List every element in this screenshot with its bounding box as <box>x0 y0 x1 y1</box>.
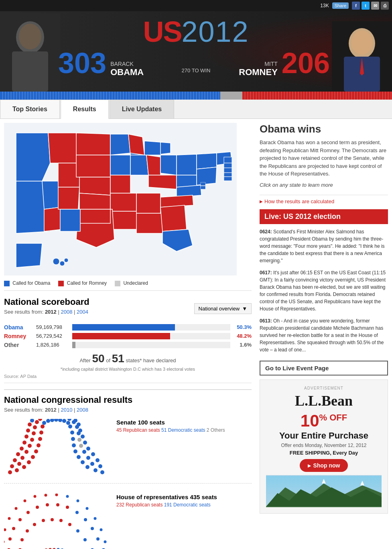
share-button[interactable]: Share <box>332 2 349 9</box>
cong-year-2010[interactable]: 2010 <box>61 407 72 413</box>
other-votes: 1,826,186 <box>36 342 72 348</box>
svg-rect-2 <box>12 51 48 92</box>
svg-marker-20 <box>79 193 110 209</box>
svg-point-113 <box>22 441 26 445</box>
svg-marker-19 <box>79 177 110 195</box>
year-2004[interactable]: 2004 <box>77 309 88 315</box>
senate-hemicycle <box>4 419 108 475</box>
svg-marker-53 <box>16 243 42 267</box>
tab-results[interactable]: Results <box>61 100 109 119</box>
tab-top-stories[interactable]: Top Stories <box>0 100 60 118</box>
cong-year-2008[interactable]: 2008 <box>77 407 88 413</box>
legend-box-blue <box>4 281 10 286</box>
senate-rep-seats: 45 Republican seats <box>116 427 160 433</box>
svg-point-70 <box>50 419 54 422</box>
svg-marker-30 <box>177 154 197 175</box>
svg-point-127 <box>77 422 81 427</box>
svg-point-71 <box>54 419 58 422</box>
year-2008[interactable]: 2008 <box>61 309 72 315</box>
svg-point-175 <box>104 540 107 543</box>
romney-bar-wrap <box>72 333 230 339</box>
svg-point-90 <box>33 425 37 429</box>
senate-seats: 45 Republican seats 51 Democratic seats … <box>116 427 252 433</box>
svg-point-98 <box>67 419 71 421</box>
svg-marker-52 <box>60 209 80 231</box>
facebook-icon[interactable]: f <box>352 2 360 10</box>
svg-point-139 <box>33 523 36 526</box>
national-overview-dropdown[interactable]: National overview ▼ <box>194 303 252 314</box>
live-text-0617: It's just after 06:15 EST on the US East… <box>260 270 386 312</box>
obama-bar-fill <box>72 324 175 331</box>
live-entry-0617: 0617: It's just after 06:15 EST on the U… <box>260 269 388 312</box>
romney-votes: 56,729,542 <box>36 333 72 339</box>
svg-point-144 <box>76 529 79 533</box>
print-icon[interactable]: ⎙ <box>381 2 389 10</box>
svg-point-153 <box>46 503 49 506</box>
live-text-0613: Oh - And in case you were wondering, for… <box>260 318 384 353</box>
svg-point-172 <box>86 507 89 510</box>
svg-point-85 <box>20 456 24 460</box>
obama-label: Obama <box>4 324 36 331</box>
obama-photo <box>0 13 60 92</box>
live-section: Live: US 2012 election 0624: Scotland's … <box>260 209 388 357</box>
romney-score-area: MITT ROMNEY 206 <box>239 49 330 78</box>
ad-discount-area: 10% OFF <box>266 411 382 431</box>
legend-box-red <box>58 281 64 286</box>
svg-point-143 <box>68 523 71 526</box>
senate-info: Senate 100 seats 45 Republican seats 51 … <box>116 419 252 433</box>
tab-live-updates[interactable]: Live Updates <box>110 100 175 118</box>
us-map[interactable] <box>4 123 237 276</box>
senate-title: Senate 100 seats <box>116 419 252 426</box>
romney-last-name: ROMNEY <box>239 67 278 78</box>
svg-point-114 <box>24 435 28 439</box>
svg-point-73 <box>62 419 66 423</box>
cong-year-2012[interactable]: 2012 <box>45 407 57 413</box>
svg-point-107 <box>93 468 97 472</box>
go-live-button[interactable]: Go to Live Event Page <box>260 361 388 376</box>
svg-point-3 <box>19 24 41 49</box>
svg-point-79 <box>73 449 77 453</box>
svg-point-149 <box>12 527 15 530</box>
shop-now-button[interactable]: Shop now <box>300 459 348 472</box>
svg-point-169 <box>55 494 58 496</box>
svg-point-130 <box>83 441 87 445</box>
advertisement-section: ADVERTISEMENT L.L.Bean 10% OFF Your Enti… <box>260 380 388 514</box>
svg-point-129 <box>81 435 85 439</box>
svg-point-75 <box>68 425 72 429</box>
romney-photo <box>332 21 392 92</box>
svg-rect-58 <box>201 186 205 189</box>
header-bar: 13K Share f t ✉ ⎙ <box>0 0 392 11</box>
house-title: House of representatives 435 seats <box>116 494 252 500</box>
svg-point-152 <box>36 506 39 509</box>
svg-rect-35 <box>224 168 232 173</box>
year-2012[interactable]: 2012 <box>45 309 57 315</box>
legend-obama: Called for Obama <box>4 280 50 286</box>
senate-dem-seats: 51 Democratic seats <box>161 427 205 433</box>
svg-point-156 <box>75 511 79 514</box>
email-icon[interactable]: ✉ <box>371 2 379 10</box>
house-rep-seats: 232 Republican seats <box>116 502 162 508</box>
how-results-link[interactable]: How the results are calculated <box>260 198 388 204</box>
live-text-0624: Scotland's First Minister Alex Salmond h… <box>260 229 385 263</box>
svg-point-109 <box>10 464 14 468</box>
svg-point-54 <box>53 258 59 265</box>
live-updates: 0624: Scotland's First Minister Alex Sal… <box>260 228 388 357</box>
congressional-title: National congressional results <box>4 395 252 405</box>
svg-marker-44 <box>110 193 136 211</box>
title-year: 2012 <box>181 16 249 48</box>
svg-point-159 <box>96 537 100 541</box>
svg-marker-43 <box>160 195 193 207</box>
share-count: 13K <box>320 3 329 8</box>
svg-point-60 <box>22 465 26 469</box>
house-section: House of representatives 435 seats 232 R… <box>4 483 252 549</box>
svg-point-83 <box>15 468 19 472</box>
svg-rect-36 <box>224 173 232 177</box>
svg-point-62 <box>31 455 35 459</box>
romney-bar <box>242 92 392 100</box>
nav-tabs: Top Stories Results Live Updates <box>0 100 392 119</box>
romney-bar-fill <box>72 333 170 339</box>
svg-point-168 <box>45 494 47 496</box>
right-panel: Obama wins Barack Obama has won a second… <box>256 119 392 549</box>
svg-marker-27 <box>160 155 177 175</box>
twitter-icon[interactable]: t <box>362 2 370 10</box>
